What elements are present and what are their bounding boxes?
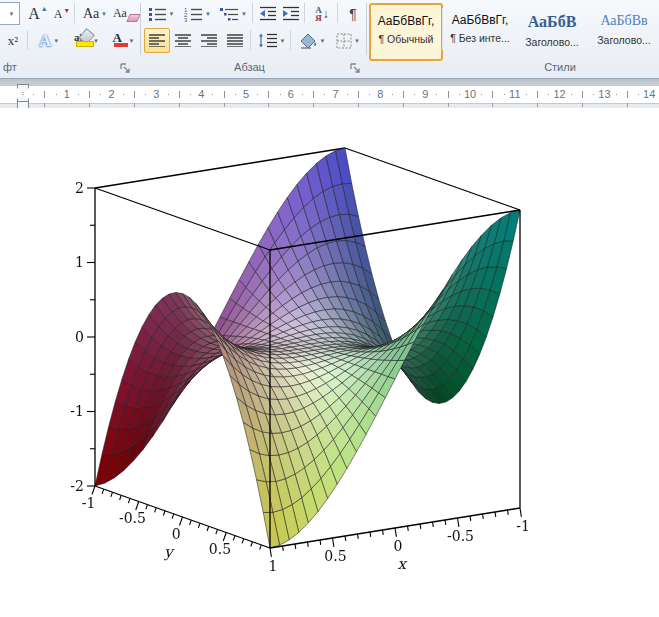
ruler-number: 5 xyxy=(236,88,256,100)
ruler-number: 2 xyxy=(102,88,122,100)
ruler: 1234567891011121314 xyxy=(0,79,659,108)
ruler-tick xyxy=(268,103,269,107)
ruler-band[interactable]: 1234567891011121314 xyxy=(0,85,659,104)
ruler-tick xyxy=(347,94,348,95)
ruler-tick xyxy=(313,91,314,98)
style-card-heading2[interactable]: АаБбВв Заголово... xyxy=(588,3,659,59)
text-effects-button[interactable]: А ▼ xyxy=(31,27,67,54)
ruler-tick xyxy=(212,94,213,95)
chevron-down-icon: ▼ xyxy=(169,11,175,17)
ruler-tick xyxy=(582,91,583,98)
caret-up-icon: ▲ xyxy=(41,5,48,13)
ruler-tick xyxy=(571,94,572,95)
ruler-tick xyxy=(33,94,34,95)
shading-button[interactable]: ▼ xyxy=(294,28,330,53)
style-label: Заголово... xyxy=(517,36,587,48)
style-card-no-spacing[interactable]: АаБбВвГг, ¶ Без инте... xyxy=(444,3,516,59)
superscript-button[interactable]: х² xyxy=(0,28,26,53)
paragraph-dialog-launcher[interactable] xyxy=(350,63,361,74)
style-card-heading1[interactable]: АаБбВ Заголово... xyxy=(516,3,588,59)
chevron-down-icon: ▼ xyxy=(9,11,15,17)
pilcrow-icon: ¶ xyxy=(349,6,357,22)
ruler-number: 7 xyxy=(326,88,346,100)
chevron-down-icon: ▼ xyxy=(280,38,286,44)
increase-indent-button[interactable] xyxy=(279,1,303,26)
style-card-normal[interactable]: АаБбВвГг, ¶ Обычный xyxy=(369,3,443,61)
shrink-font-button[interactable]: А ▼ xyxy=(50,3,74,26)
ruler-tick xyxy=(593,94,594,95)
show-paragraph-marks-button[interactable]: ¶ xyxy=(341,1,365,26)
decrease-indent-icon xyxy=(259,6,277,21)
ruler-number: 10 xyxy=(460,88,480,100)
line-spacing-button[interactable]: ▼ xyxy=(254,28,289,53)
multilevel-list-button[interactable]: ▼ xyxy=(215,1,251,26)
ruler-tick xyxy=(369,94,370,95)
numbering-button[interactable]: 1 2 3 ▼ xyxy=(179,1,215,26)
align-left-button[interactable] xyxy=(144,28,170,53)
font-size-combo[interactable]: ▼ xyxy=(0,2,20,25)
ruler-tick xyxy=(638,94,639,95)
ruler-tick xyxy=(302,94,303,95)
line-spacing-icon xyxy=(258,33,278,48)
ruler-tick xyxy=(313,103,314,107)
align-center-button[interactable] xyxy=(170,28,196,53)
multilevel-list-icon xyxy=(219,6,239,22)
font-dialog-launcher[interactable] xyxy=(120,63,131,74)
paint-bucket-icon xyxy=(299,33,318,49)
clear-formatting-button[interactable]: Аа xyxy=(112,1,140,26)
ruler-tick xyxy=(392,94,393,95)
ruler-tick xyxy=(168,94,169,95)
ruler-tick xyxy=(235,94,236,95)
ruler-tick xyxy=(448,91,449,98)
style-sample: АаБбВ xyxy=(517,13,587,31)
numbering-icon: 1 2 3 xyxy=(183,6,203,22)
superscript-label: х² xyxy=(8,33,18,49)
justify-button[interactable] xyxy=(222,28,248,53)
grow-font-label: А xyxy=(28,5,40,23)
highlight-color-button[interactable]: ab ▼ xyxy=(67,27,105,54)
ruler-tick xyxy=(448,103,449,107)
grow-font-button[interactable]: А ▲ xyxy=(24,1,52,26)
decrease-indent-button[interactable] xyxy=(256,1,280,26)
font-group-caption: фт xyxy=(3,61,17,77)
ribbon: ▼ А ▲ А ▼ Аа ▼ Аа х² А ▼ ab xyxy=(0,0,659,79)
ruler-tick xyxy=(492,91,493,98)
paragraph-group-caption: Абзац xyxy=(133,61,366,77)
chevron-down-icon: ▼ xyxy=(320,38,326,44)
font-color-button[interactable]: А ▼ xyxy=(105,27,140,54)
align-center-icon xyxy=(175,34,191,47)
style-label: ¶ Без инте... xyxy=(445,32,515,44)
style-label: ¶ Обычный xyxy=(371,33,441,45)
caret-down-icon: ▼ xyxy=(63,7,70,15)
bullets-button[interactable]: ▼ xyxy=(144,1,178,26)
ruler-tick xyxy=(257,94,258,95)
ruler-tick xyxy=(627,103,628,107)
change-case-button[interactable]: Аа ▼ xyxy=(78,1,112,26)
clear-formatting-label: Аа xyxy=(113,6,127,21)
arrow-down-icon: ↓ xyxy=(323,7,329,21)
chevron-down-icon: ▼ xyxy=(241,11,247,17)
sort-button[interactable]: А Я ↓ xyxy=(308,1,336,26)
ruler-tick xyxy=(616,94,617,95)
ruler-tick xyxy=(268,91,269,98)
shrink-font-label: А xyxy=(54,7,63,22)
align-right-icon xyxy=(201,34,217,47)
change-case-label: Аа xyxy=(83,6,99,22)
ruler-tick xyxy=(537,103,538,107)
ruler-tick xyxy=(324,94,325,95)
borders-button[interactable]: ▼ xyxy=(330,28,366,53)
ruler-tick xyxy=(526,94,527,95)
ruler-tick xyxy=(481,94,482,95)
ruler-tick xyxy=(78,94,79,95)
surface-plot xyxy=(0,108,659,617)
ruler-tick xyxy=(190,94,191,95)
style-sample: АаБбВвГг, xyxy=(371,14,441,28)
ruler-tick xyxy=(179,103,180,107)
chevron-down-icon: ▼ xyxy=(354,38,360,44)
justify-icon xyxy=(227,34,243,47)
ruler-number: 14 xyxy=(639,88,659,100)
ruler-number: 12 xyxy=(550,88,570,100)
document-page[interactable] xyxy=(0,108,659,617)
ruler-tick xyxy=(358,103,359,107)
align-right-button[interactable] xyxy=(196,28,222,53)
